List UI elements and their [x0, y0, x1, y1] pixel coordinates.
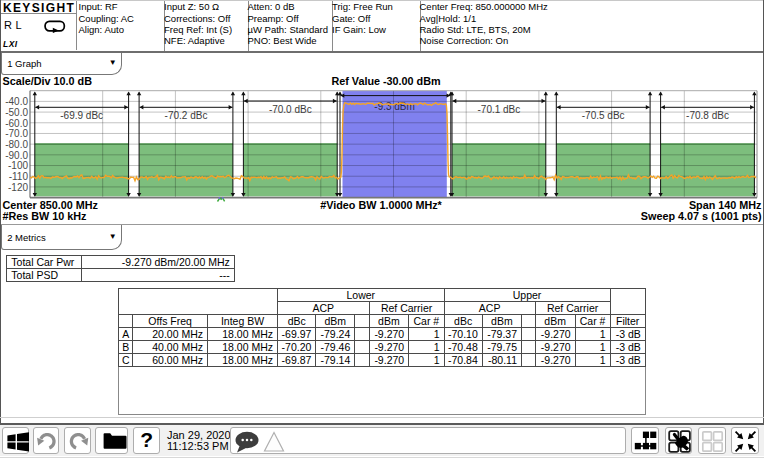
svg-text:-70.2 dBc: -70.2 dBc: [165, 110, 208, 121]
svg-text:-70.0 dBc: -70.0 dBc: [269, 104, 312, 115]
svg-text:-70.8 dBc: -70.8 dBc: [686, 110, 729, 121]
svg-text:-100: -100: [8, 160, 28, 171]
svg-text:-120: -120: [8, 182, 28, 193]
svg-text:-80.0: -80.0: [5, 139, 28, 150]
svg-text:-50.0: -50.0: [5, 107, 28, 118]
svg-text:-69.9 dBc: -69.9 dBc: [60, 110, 103, 121]
svg-text:-70.1 dBc: -70.1 dBc: [477, 104, 520, 115]
svg-text:-70.0: -70.0: [5, 128, 28, 139]
svg-text:-70.5 dBc: -70.5 dBc: [582, 110, 625, 121]
svg-text:-90.0: -90.0: [5, 150, 28, 161]
svg-text:-110: -110: [9, 171, 29, 182]
svg-text:-60.0: -60.0: [5, 118, 28, 129]
svg-text:-40.0: -40.0: [5, 96, 28, 107]
